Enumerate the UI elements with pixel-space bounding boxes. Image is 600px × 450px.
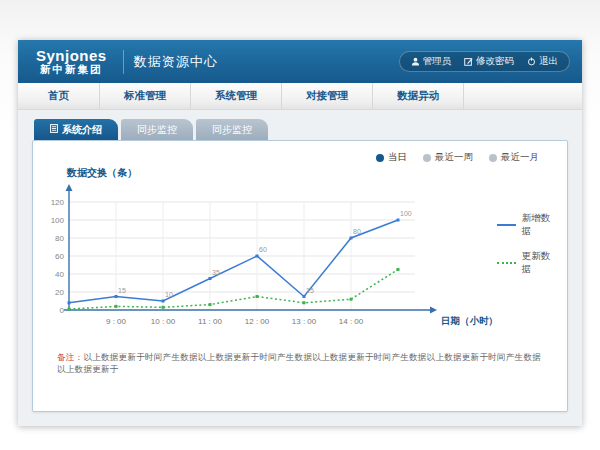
tab-sync-monitor-1-label: 同步监控 bbox=[137, 123, 177, 137]
legend-item-new-data: 新增数据 bbox=[497, 212, 557, 238]
filter-today[interactable]: 当日 bbox=[376, 151, 407, 164]
data-point bbox=[350, 237, 353, 240]
data-point bbox=[68, 308, 71, 311]
data-point-label: 100 bbox=[400, 210, 412, 217]
data-point bbox=[162, 306, 165, 309]
data-point bbox=[303, 301, 306, 304]
y-tick-label: 60 bbox=[55, 252, 64, 261]
content-area: 系统介绍 同步监控 同步监控 当日 最近一周 bbox=[18, 110, 582, 426]
app-title: 数据资源中心 bbox=[134, 53, 218, 71]
footer-note: 备注：以上数据更新于时间产生数据以上数据更新于时间产生数据以上数据更新于时间产生… bbox=[57, 352, 547, 376]
admin-label: 管理员 bbox=[423, 55, 452, 68]
filter-last-week-label: 最近一周 bbox=[435, 151, 473, 164]
data-point bbox=[162, 300, 165, 303]
data-point-label: 15 bbox=[306, 287, 314, 294]
user-icon bbox=[411, 57, 420, 66]
filter-last-month-label: 最近一月 bbox=[501, 151, 539, 164]
data-point bbox=[209, 303, 212, 306]
nav-item-home[interactable]: 首页 bbox=[18, 83, 100, 109]
data-point bbox=[115, 295, 118, 298]
filter-today-label: 当日 bbox=[388, 151, 407, 164]
logout-button[interactable]: 退出 bbox=[527, 55, 558, 68]
tab-sync-monitor-2[interactable]: 同步监控 bbox=[196, 119, 268, 140]
x-tick-label: 12 : 00 bbox=[245, 317, 270, 326]
data-point bbox=[68, 301, 71, 304]
radio-selected-icon bbox=[376, 154, 384, 162]
data-point-label: 60 bbox=[259, 246, 267, 253]
data-point-label: 15 bbox=[118, 287, 126, 294]
x-axis-title: 日期（小时） bbox=[441, 315, 495, 327]
data-point bbox=[397, 268, 400, 271]
nav-item-interface-mgmt[interactable]: 对接管理 bbox=[282, 83, 373, 109]
tab-sync-monitor-1[interactable]: 同步监控 bbox=[121, 119, 193, 140]
line-chart: 0204060801001209 : 0010 : 0011 : 0012 : … bbox=[43, 182, 495, 336]
y-axis-title: 数据交换（条） bbox=[67, 166, 557, 180]
x-tick-label: 9 : 00 bbox=[106, 317, 127, 326]
chart-area: 0204060801001209 : 0010 : 0011 : 0012 : … bbox=[43, 182, 557, 336]
nav-item-standard-mgmt[interactable]: 标准管理 bbox=[100, 83, 191, 109]
admin-button[interactable]: 管理员 bbox=[411, 55, 452, 68]
document-icon bbox=[50, 124, 58, 135]
x-tick-label: 13 : 00 bbox=[292, 317, 317, 326]
header: Synjones 新中新集团 数据资源中心 管理员 修改密码 bbox=[18, 40, 582, 83]
main-nav: 首页 标准管理 系统管理 对接管理 数据异动 bbox=[18, 83, 582, 110]
tab-system-intro-label: 系统介绍 bbox=[62, 123, 102, 137]
change-password-button[interactable]: 修改密码 bbox=[464, 55, 514, 68]
data-point bbox=[209, 277, 212, 280]
change-password-label: 修改密码 bbox=[476, 55, 514, 68]
legend-update-data-label: 更新数据 bbox=[522, 250, 557, 276]
data-point-label: 80 bbox=[353, 228, 361, 235]
filter-last-month[interactable]: 最近一月 bbox=[489, 151, 539, 164]
chart-legend: 新增数据 更新数据 bbox=[497, 212, 557, 276]
note-label: 备注： bbox=[57, 352, 83, 362]
y-axis-arrow-icon bbox=[66, 184, 73, 191]
legend-line-solid-icon bbox=[497, 224, 516, 226]
y-tick-label: 120 bbox=[51, 198, 65, 207]
data-point-label: 10 bbox=[165, 291, 173, 298]
data-point bbox=[256, 295, 259, 298]
logout-label: 退出 bbox=[539, 55, 558, 68]
x-axis-arrow-icon bbox=[430, 307, 437, 314]
data-point bbox=[115, 305, 118, 308]
x-tick-label: 14 : 00 bbox=[339, 317, 364, 326]
tab-sync-monitor-2-label: 同步监控 bbox=[212, 123, 252, 137]
note-text: 以上数据更新于时间产生数据以上数据更新于时间产生数据以上数据更新于时间产生数据以… bbox=[57, 352, 541, 374]
user-menu: 管理员 修改密码 退出 bbox=[399, 51, 571, 72]
x-tick-label: 10 : 00 bbox=[151, 317, 176, 326]
nav-item-data-change[interactable]: 数据异动 bbox=[373, 83, 464, 109]
y-tick-label: 20 bbox=[55, 288, 64, 297]
y-tick-label: 40 bbox=[55, 270, 64, 279]
radio-icon bbox=[423, 154, 431, 162]
app-window: Synjones 新中新集团 数据资源中心 管理员 修改密码 bbox=[18, 40, 582, 426]
logo-brand-en: Synjones bbox=[36, 48, 107, 64]
filter-last-week[interactable]: 最近一周 bbox=[423, 151, 473, 164]
power-icon bbox=[527, 57, 536, 66]
legend-item-update-data: 更新数据 bbox=[497, 250, 557, 276]
legend-new-data-label: 新增数据 bbox=[522, 212, 557, 238]
time-range-filters: 当日 最近一周 最近一月 bbox=[43, 147, 557, 166]
logo-brand-cn: 新中新集团 bbox=[36, 64, 107, 75]
tab-system-intro[interactable]: 系统介绍 bbox=[34, 119, 118, 140]
data-point-label: 35 bbox=[212, 269, 220, 276]
y-tick-label: 0 bbox=[60, 306, 65, 315]
data-point bbox=[350, 298, 353, 301]
chart-panel: 当日 最近一周 最近一月 数据交换（条） 0204060801001209 : … bbox=[32, 140, 568, 412]
nav-item-system-mgmt[interactable]: 系统管理 bbox=[191, 83, 282, 109]
header-right: 管理员 修改密码 退出 bbox=[399, 51, 571, 72]
edit-icon bbox=[464, 57, 473, 66]
y-tick-label: 100 bbox=[51, 216, 65, 225]
x-tick-label: 11 : 00 bbox=[198, 317, 222, 326]
legend-line-dotted-icon bbox=[497, 262, 516, 264]
data-point bbox=[256, 255, 259, 258]
data-point bbox=[303, 295, 306, 298]
data-point bbox=[397, 219, 400, 222]
header-divider bbox=[123, 50, 124, 74]
radio-icon bbox=[489, 154, 497, 162]
y-tick-label: 80 bbox=[55, 234, 64, 243]
tab-bar: 系统介绍 同步监控 同步监控 bbox=[34, 119, 568, 140]
logo: Synjones 新中新集团 bbox=[30, 48, 113, 75]
